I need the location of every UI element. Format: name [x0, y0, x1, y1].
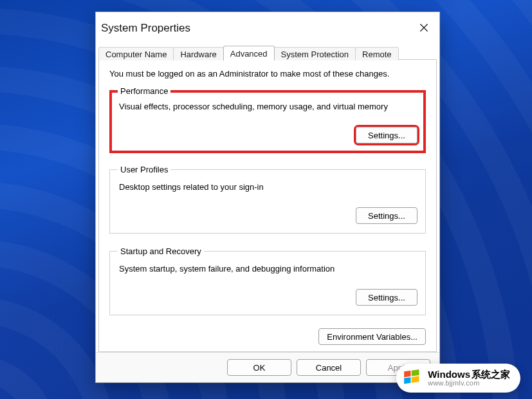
group-startup-recovery: Startup and Recovery System startup, sys…: [109, 246, 426, 315]
watermark-brand-en: Windows: [428, 369, 470, 380]
ok-button[interactable]: OK: [227, 359, 291, 376]
admin-notice: You must be logged on as an Administrato…: [109, 69, 426, 79]
svg-rect-3: [412, 376, 419, 383]
windows-logo-icon: [401, 367, 423, 389]
titlebar: System Properties: [96, 12, 439, 43]
performance-settings-button[interactable]: Settings...: [356, 127, 417, 144]
group-startup-recovery-desc: System startup, system failure, and debu…: [119, 264, 417, 274]
group-user-profiles-legend: User Profiles: [118, 165, 170, 174]
user-profiles-settings-button[interactable]: Settings...: [356, 207, 417, 224]
group-startup-recovery-legend: Startup and Recovery: [118, 246, 204, 256]
group-performance-legend: Performance: [118, 86, 170, 96]
svg-rect-0: [404, 371, 410, 377]
tabstrip: Computer Name Hardware Advanced System P…: [96, 43, 439, 60]
group-user-profiles-desc: Desktop settings related to your sign-in: [119, 182, 417, 192]
tab-hardware[interactable]: Hardware: [173, 47, 223, 60]
group-performance: Performance Visual effects, processor sc…: [109, 86, 426, 153]
startup-recovery-settings-button[interactable]: Settings...: [356, 289, 417, 306]
svg-rect-2: [404, 377, 410, 384]
system-properties-dialog: System Properties Computer Name Hardware…: [95, 12, 440, 383]
group-user-profiles: User Profiles Desktop settings related t…: [109, 165, 426, 234]
tab-advanced[interactable]: Advanced: [223, 46, 275, 60]
cancel-button[interactable]: Cancel: [297, 359, 361, 376]
watermark-title: Windows 系统之家: [428, 369, 510, 380]
tab-computer-name[interactable]: Computer Name: [98, 47, 174, 60]
close-button[interactable]: [415, 19, 433, 37]
dialog-footer: OK Cancel Apply: [96, 352, 439, 382]
desktop-background: System Properties Computer Name Hardware…: [0, 0, 532, 399]
group-performance-desc: Visual effects, processor scheduling, me…: [119, 102, 417, 111]
close-icon: [419, 23, 428, 33]
environment-variables-button[interactable]: Environment Variables...: [318, 328, 426, 345]
watermark-url: www.bjjmlv.com: [428, 380, 510, 387]
tab-remote[interactable]: Remote: [355, 47, 399, 60]
tab-panel-advanced: You must be logged on as an Administrato…: [98, 60, 437, 352]
watermark-badge: Windows 系统之家 www.bjjmlv.com: [396, 364, 520, 393]
tab-system-protection[interactable]: System Protection: [274, 47, 356, 60]
window-title: System Properties: [101, 22, 190, 35]
watermark-brand-cn: 系统之家: [472, 369, 510, 380]
svg-rect-1: [412, 369, 419, 376]
